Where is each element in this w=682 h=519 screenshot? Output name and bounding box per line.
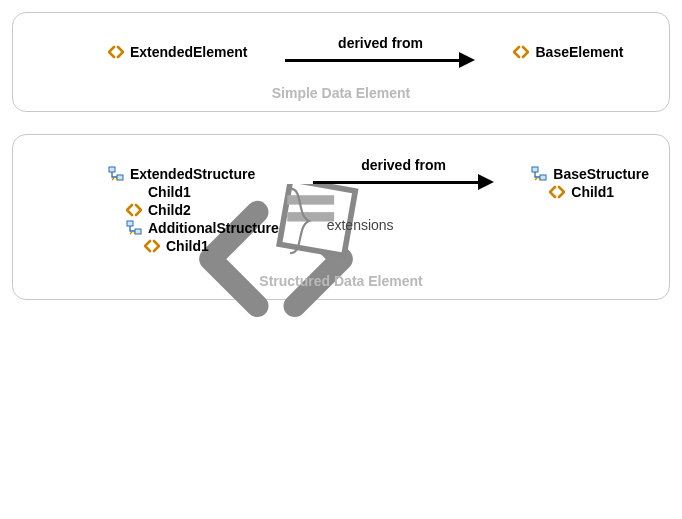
- node-additional-structure: AdditionalStructure: [108, 219, 279, 237]
- structure-icon: [126, 220, 142, 236]
- node-extended-structure: ExtendedStructure: [108, 165, 279, 183]
- element-icon: [108, 44, 124, 60]
- node-base-structure: BaseStructure: [531, 165, 649, 183]
- arrow-label: derived from: [313, 157, 494, 173]
- derivation-arrow: derived from: [285, 41, 475, 71]
- extended-structure-tree: ExtendedStructure Child1 Child2 Addition…: [108, 165, 279, 255]
- node-label: ExtendedElement: [130, 44, 247, 60]
- node-label: Child1: [166, 238, 209, 254]
- arrow-label: derived from: [285, 35, 475, 51]
- panel-caption: Structured Data Element: [13, 273, 669, 289]
- panel-caption: Simple Data Element: [13, 85, 669, 101]
- element-icon: [549, 184, 565, 200]
- element-icon: [144, 238, 160, 254]
- node-additional-child1: Child1: [108, 237, 279, 255]
- base-structure-tree: BaseStructure Child1: [531, 165, 649, 201]
- derivation-arrow: derived from: [313, 163, 494, 193]
- node-label: BaseElement: [535, 44, 623, 60]
- structure-icon: [531, 166, 547, 182]
- node-label: AdditionalStructure: [148, 220, 279, 236]
- node-child1-inherited: Child1: [108, 183, 279, 201]
- element-icon: [513, 44, 529, 60]
- simple-data-element-panel: ExtendedElement derived from BaseElement…: [12, 12, 670, 112]
- node-label: Child1: [571, 184, 614, 200]
- structure-icon: [108, 166, 124, 182]
- element-ghost-icon: [126, 184, 142, 200]
- node-base-element: BaseElement: [513, 43, 623, 61]
- node-label: ExtendedStructure: [130, 166, 255, 182]
- node-base-child1: Child1: [531, 183, 649, 201]
- node-label: Child2: [148, 202, 191, 218]
- extensions-label: extensions: [323, 217, 394, 233]
- element-icon: [126, 202, 142, 218]
- structured-data-element-panel: ExtendedStructure Child1 Child2 Addition…: [12, 134, 670, 300]
- node-label: BaseStructure: [553, 166, 649, 182]
- node-label: Child1: [148, 184, 191, 200]
- node-child2: Child2: [108, 201, 279, 219]
- extensions-brace: [289, 165, 313, 255]
- node-extended-element: ExtendedElement: [108, 43, 247, 61]
